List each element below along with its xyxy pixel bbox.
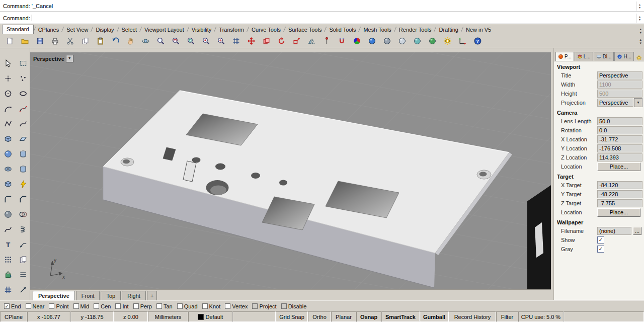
status-pane-ortho[interactable]: Ortho — [308, 311, 331, 322]
toolbar-tab-cplanes[interactable]: CPlanes — [35, 26, 62, 34]
osnap-quad[interactable]: Quad — [177, 303, 198, 309]
y-target-value[interactable]: -48.228 — [597, 190, 642, 198]
project-checkbox[interactable] — [252, 303, 258, 309]
location-place-button[interactable]: Place... — [597, 163, 640, 171]
render-color-wheel-icon[interactable] — [350, 35, 364, 48]
viewport-tab-front[interactable]: Front — [76, 291, 100, 300]
ellipse-icon[interactable] — [16, 87, 30, 101]
z-location-value[interactable]: 114.393 — [597, 153, 642, 162]
zoom-window-icon[interactable] — [169, 35, 183, 48]
pipe-icon[interactable] — [16, 162, 30, 176]
viewport-tab-right[interactable]: Right — [122, 291, 146, 300]
toolbar-tab-transform[interactable]: Transform — [216, 26, 247, 34]
panel-tab-help[interactable]: ?H... — [614, 52, 634, 61]
add-viewport-tab[interactable]: + — [147, 291, 157, 300]
show-checkbox[interactable]: ✓ — [597, 236, 604, 244]
chamfer-curves-icon[interactable] — [16, 192, 30, 206]
plane-surface-icon[interactable] — [16, 132, 30, 146]
point-checkbox[interactable] — [49, 303, 54, 309]
scale-object-icon[interactable] — [290, 35, 303, 48]
status-pane-smarttrack[interactable]: SmartTrack — [381, 311, 420, 322]
osnap-near[interactable]: Near — [26, 303, 45, 309]
tab-bar-overflow-icon[interactable]: ▴▾ — [639, 27, 641, 34]
toolbar-tab-mesh-tools[interactable]: Mesh Tools — [360, 26, 394, 34]
options-gear-icon[interactable] — [441, 35, 454, 48]
point-cloud-icon[interactable] — [16, 71, 30, 86]
hook-curve-icon[interactable] — [1, 222, 15, 236]
helix-icon[interactable] — [16, 222, 30, 236]
osnap-cen[interactable]: Cen — [94, 303, 111, 309]
polyline-icon[interactable] — [1, 117, 15, 131]
zoom-target-icon[interactable] — [214, 35, 228, 48]
round-hole-3[interactable] — [251, 173, 260, 179]
cylinder-icon[interactable] — [16, 147, 30, 161]
cen-checkbox[interactable] — [94, 303, 99, 309]
osnap-end[interactable]: ✓End — [4, 303, 21, 309]
end-checkbox[interactable]: ✓ — [4, 303, 10, 309]
paste-icon[interactable] — [94, 35, 107, 48]
viewport-title-menu-arrow-icon[interactable]: ▼ — [66, 55, 73, 62]
status-pane-record-history[interactable]: Record History — [449, 311, 496, 322]
torus-icon[interactable] — [1, 162, 15, 176]
units-pane[interactable]: Millimeters — [148, 311, 188, 322]
toolbar-tab-render-tools[interactable]: Render Tools — [396, 26, 435, 34]
status-pane-planar[interactable]: Planar — [331, 311, 356, 322]
quad-checkbox[interactable] — [177, 303, 183, 309]
cplane-axis-icon[interactable] — [456, 35, 469, 48]
object-list-icon[interactable] — [16, 268, 30, 282]
analyze-direction-icon[interactable] — [16, 283, 30, 297]
extrude-surface-icon[interactable] — [1, 177, 15, 191]
viewport-canvas[interactable]: y x — [30, 52, 551, 289]
shaded-sphere-icon[interactable] — [1, 207, 15, 221]
zoom-selected-icon[interactable] — [199, 35, 213, 48]
help-icon[interactable]: ? — [471, 35, 485, 48]
viewport-title[interactable]: Perspective ▼ — [33, 55, 73, 62]
copy-icon[interactable] — [16, 253, 30, 267]
command-input-scroll[interactable]: ▴▾ — [636, 14, 643, 23]
layer-pane[interactable]: Default — [188, 311, 232, 322]
cut-icon[interactable] — [63, 35, 77, 48]
x-target-value[interactable]: -84.120 — [597, 181, 642, 189]
rendered-viewport-icon[interactable] — [426, 35, 439, 48]
xray-viewport-icon[interactable] — [411, 35, 424, 48]
width-value[interactable]: 1100 — [597, 80, 642, 89]
int-checkbox[interactable] — [115, 303, 121, 309]
freeform-curve-icon[interactable] — [16, 117, 30, 131]
paint-bucket-icon[interactable] — [1, 268, 15, 282]
osnap-point[interactable]: Point — [49, 303, 68, 309]
osnap-project[interactable]: Project — [252, 303, 276, 309]
zoom-extents-icon[interactable] — [184, 35, 198, 48]
explode-icon[interactable] — [16, 177, 30, 191]
location-place-button[interactable]: Place... — [597, 208, 640, 217]
perp-checkbox[interactable] — [133, 303, 139, 309]
sphere-icon[interactable] — [1, 147, 15, 161]
rotation-value[interactable]: 0.0 — [597, 126, 642, 134]
toolbar-tab-solid-tools[interactable]: Solid Tools — [326, 26, 359, 34]
vertex-checkbox[interactable] — [225, 303, 230, 309]
osnap-mid[interactable]: Mid — [73, 303, 90, 309]
z-target-value[interactable]: -7.755 — [597, 199, 642, 207]
knot-checkbox[interactable] — [202, 303, 208, 309]
mirror-icon[interactable] — [305, 35, 318, 48]
toolbar-overflow-icon[interactable]: ▴▾ — [639, 38, 641, 45]
perspective-viewport[interactable]: y x Perspective ▼ — [30, 52, 551, 289]
osnap-tan[interactable]: Tan — [156, 303, 173, 309]
gray-checkbox[interactable]: ✓ — [597, 246, 604, 253]
toolbar-tab-select[interactable]: Select — [119, 26, 140, 34]
toolbar-tab-curve-tools[interactable]: Curve Tools — [249, 26, 284, 34]
dark-background-object[interactable] — [527, 185, 551, 289]
print-icon[interactable] — [48, 35, 62, 48]
filename-value[interactable]: (none) — [597, 227, 631, 235]
round-hole-2[interactable] — [215, 164, 225, 170]
panel-tab-display[interactable]: Di... — [594, 52, 614, 61]
new-file-icon[interactable] — [3, 35, 17, 48]
rotate-view-icon[interactable] — [139, 35, 152, 48]
lens-length-value[interactable]: 50.0 — [597, 117, 642, 125]
dropdown-arrow-icon[interactable]: ▼ — [634, 98, 642, 107]
projection-value[interactable]: Perspective — [597, 99, 633, 107]
tan-checkbox[interactable] — [156, 303, 162, 309]
curve-through-points-icon[interactable] — [16, 102, 30, 116]
copy-object-icon[interactable] — [260, 35, 273, 48]
curve-boolean-icon[interactable] — [16, 207, 30, 221]
toolbar-tab-viewport-layout[interactable]: Viewport Layout — [141, 26, 187, 34]
